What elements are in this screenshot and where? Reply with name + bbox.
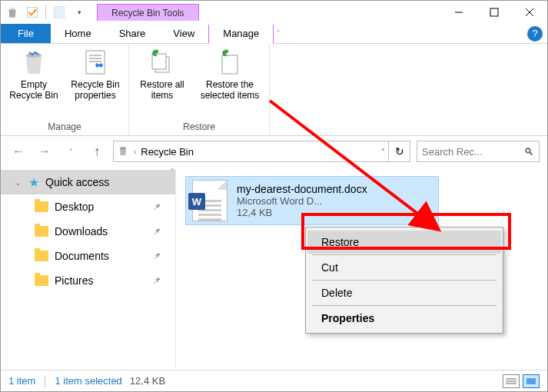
- status-bar: 1 item 1 item selected 12,4 KB: [1, 370, 547, 391]
- maximize-button[interactable]: [477, 1, 512, 24]
- context-menu-separator: [312, 254, 497, 255]
- icons-view-button[interactable]: [523, 374, 540, 388]
- sidebar-item-quick-access[interactable]: ⌄ ★ Quick access: [1, 170, 175, 194]
- ribbon-group-manage: Empty Recycle Bin Recycle Bin properties…: [1, 44, 129, 135]
- address-path: Recycle Bin: [141, 146, 194, 158]
- context-menu-separator: [312, 305, 497, 306]
- tab-home[interactable]: Home: [51, 24, 105, 43]
- help-button[interactable]: ?: [527, 26, 543, 42]
- pin-icon: 📌︎: [152, 226, 161, 237]
- recent-locations-button[interactable]: ˅: [61, 141, 81, 161]
- titlebar: ▾ Recycle Bin Recycle Bin Tools: [1, 1, 547, 24]
- qat-dropdown-icon[interactable]: ▾: [71, 4, 88, 21]
- minimize-button[interactable]: [441, 1, 477, 24]
- recycle-bin-icon: [117, 145, 129, 159]
- sidebar-item-label: Desktop: [55, 201, 94, 213]
- sidebar-item-label: Documents: [55, 250, 109, 262]
- pin-icon: 📌︎: [152, 275, 161, 286]
- folder-icon: [35, 251, 48, 261]
- empty-recycle-bin-button[interactable]: Empty Recycle Bin: [7, 48, 61, 120]
- checkmark-icon[interactable]: [24, 4, 41, 21]
- sidebar-item-pictures[interactable]: Pictures 📌︎: [1, 268, 175, 293]
- file-size: 12,4 KB: [237, 207, 367, 218]
- sidebar-item-downloads[interactable]: Downloads 📌︎: [1, 219, 175, 244]
- recycle-bin-icon: [4, 4, 21, 21]
- collapse-ribbon-icon[interactable]: ˆ: [277, 29, 280, 38]
- pin-icon: 📌︎: [152, 251, 161, 261]
- restore-selected-button[interactable]: Restore the selected items: [197, 48, 263, 120]
- restore-all-icon: [148, 48, 176, 76]
- svg-rect-19: [526, 378, 536, 384]
- sidebar-item-documents[interactable]: Documents 📌︎: [1, 244, 175, 268]
- tab-manage[interactable]: Manage: [208, 25, 274, 44]
- back-button[interactable]: ←: [8, 141, 28, 161]
- context-menu-cut[interactable]: Cut: [307, 256, 501, 279]
- ribbon-group-restore: Restore all items Restore the selected i…: [129, 44, 270, 135]
- context-menu-restore[interactable]: Restore: [307, 231, 501, 254]
- folder-icon: [35, 226, 48, 237]
- star-icon: ★: [28, 175, 39, 190]
- svg-point-14: [120, 147, 126, 149]
- word-document-icon: W: [192, 180, 228, 221]
- folder-icon: [35, 275, 48, 286]
- properties-icon: [81, 48, 109, 76]
- qat-divider: [45, 5, 46, 19]
- ribbon-group-restore-label: Restore: [183, 120, 215, 134]
- context-menu-delete[interactable]: Delete: [307, 281, 501, 304]
- tab-view[interactable]: View: [159, 24, 208, 43]
- svg-rect-1: [54, 6, 65, 18]
- svg-rect-0: [27, 7, 37, 17]
- status-selected-size: 12,4 KB: [130, 375, 165, 387]
- window-controls: [441, 1, 547, 24]
- svg-rect-13: [222, 55, 237, 74]
- chevron-down-icon[interactable]: ˅: [381, 148, 385, 156]
- chevron-down-icon: ⌄: [15, 178, 22, 187]
- sidebar-item-desktop[interactable]: Desktop 📌︎: [1, 194, 175, 219]
- svg-rect-7: [86, 51, 105, 74]
- tab-share[interactable]: Share: [105, 24, 160, 43]
- address-bar: ← → ˅ ↑ › Recycle Bin ˅ ↻ Search Rec... …: [1, 136, 547, 167]
- restore-selected-label: Restore the selected items: [197, 79, 263, 101]
- status-selected-count: 1 item selected: [55, 375, 121, 387]
- restore-selected-icon: [216, 48, 244, 76]
- scroll-up-icon[interactable]: ˆ: [171, 168, 174, 177]
- ribbon: Empty Recycle Bin Recycle Bin properties…: [1, 44, 547, 136]
- sidebar-item-label: Pictures: [55, 274, 94, 287]
- pin-icon: 📌︎: [152, 201, 161, 212]
- restore-all-button[interactable]: Restore all items: [135, 48, 189, 120]
- file-item-selected[interactable]: W my-dearest-document.docx Microsoft Wor…: [185, 176, 439, 225]
- svg-rect-3: [490, 8, 498, 16]
- sidebar-item-label: Downloads: [55, 225, 108, 238]
- status-separator: [45, 375, 45, 387]
- empty-bin-label: Empty Recycle Bin: [7, 79, 61, 101]
- context-menu-properties[interactable]: Properties: [307, 307, 501, 330]
- empty-bin-icon: [20, 48, 48, 76]
- ribbon-tabs: File Home Share View Manage ˆ ?: [1, 24, 547, 44]
- properties-label: Recycle Bin properties: [68, 79, 122, 101]
- tab-file[interactable]: File: [1, 24, 51, 43]
- file-type: Microsoft Word D...: [237, 195, 367, 207]
- status-item-count: 1 item: [8, 375, 35, 387]
- folder-icon: [35, 201, 48, 212]
- quick-access-label: Quick access: [45, 176, 109, 188]
- contextual-tab-label: Recycle Bin Tools: [97, 4, 199, 21]
- details-view-button[interactable]: [503, 374, 520, 388]
- file-name: my-dearest-document.docx: [237, 183, 367, 195]
- recycle-bin-properties-button[interactable]: Recycle Bin properties: [68, 48, 122, 120]
- forward-button[interactable]: →: [35, 141, 55, 161]
- context-menu-separator: [312, 280, 497, 281]
- ribbon-group-manage-label: Manage: [48, 120, 81, 134]
- document-icon[interactable]: [51, 4, 68, 21]
- up-button[interactable]: ↑: [87, 141, 107, 161]
- explorer-window: ▾ Recycle Bin Recycle Bin Tools File Hom…: [0, 0, 548, 392]
- navigation-pane: ˆ ⌄ ★ Quick access Desktop 📌︎ Downloads …: [1, 167, 176, 370]
- address-box[interactable]: › Recycle Bin ˅: [113, 141, 389, 162]
- close-button[interactable]: [512, 1, 547, 24]
- restore-all-label: Restore all items: [135, 79, 189, 101]
- search-input[interactable]: Search Rec... 🔍︎: [417, 141, 540, 162]
- context-menu: Restore Cut Delete Properties: [305, 227, 503, 334]
- search-placeholder: Search Rec...: [422, 146, 483, 158]
- svg-rect-12: [152, 54, 166, 69]
- refresh-button[interactable]: ↻: [389, 141, 410, 162]
- word-badge: W: [188, 193, 205, 210]
